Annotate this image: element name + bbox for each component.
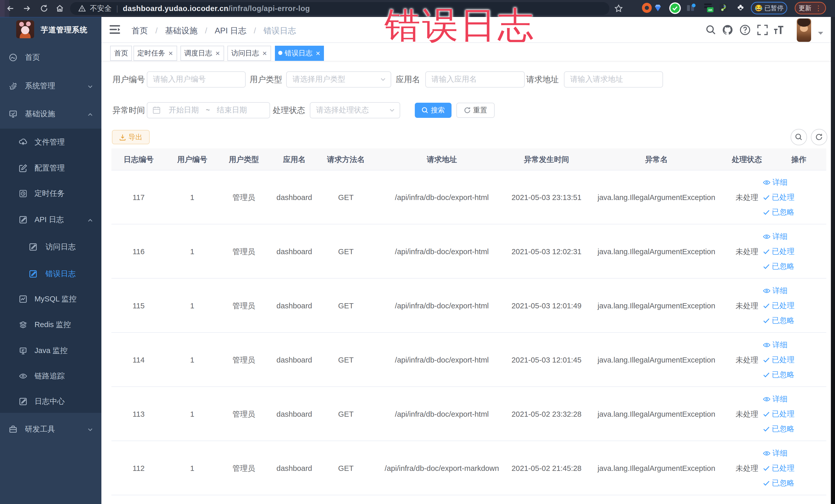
- svg-text:on: on: [709, 8, 712, 12]
